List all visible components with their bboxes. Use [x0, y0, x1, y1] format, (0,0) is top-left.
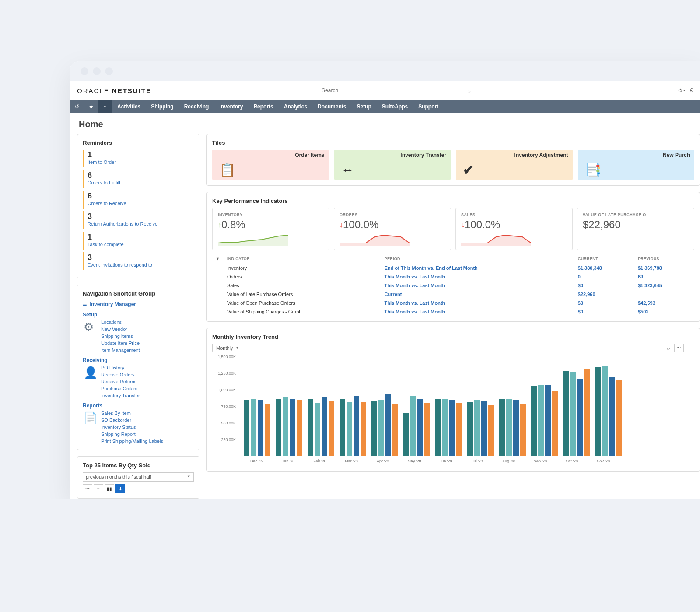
bar[interactable] [283, 397, 288, 456]
search-input[interactable] [318, 85, 475, 96]
bar[interactable] [595, 367, 601, 456]
search-icon[interactable]: ⌕ [468, 87, 472, 94]
view-bar-icon[interactable]: ▮▮ [105, 484, 114, 493]
bar[interactable] [442, 399, 448, 456]
nav-item-shipping[interactable]: Shipping [146, 104, 178, 110]
bar[interactable] [410, 396, 416, 456]
bar[interactable] [506, 399, 512, 456]
reminder-item[interactable]: 3Event Invitations to respond to [83, 252, 194, 270]
kpi-row[interactable]: Value of Shipping Charges - GraphThis Mo… [212, 307, 694, 316]
history-icon[interactable]: ↺ [70, 100, 84, 113]
download-icon[interactable]: ⬇ [116, 484, 125, 493]
kpi-row[interactable]: Value of Open Purchase OrdersThis Month … [212, 299, 694, 307]
bar[interactable] [385, 394, 391, 456]
bar[interactable] [584, 369, 590, 456]
nsg-link[interactable]: Sales By Item [101, 410, 163, 417]
bar[interactable] [276, 399, 281, 456]
kpi-card-sales[interactable]: SALES↓100.0% [455, 208, 573, 250]
bar[interactable] [616, 380, 622, 456]
bar[interactable] [531, 386, 537, 456]
expand-icon[interactable]: ▼ [216, 257, 220, 261]
bar[interactable] [424, 403, 430, 456]
bar[interactable] [467, 402, 473, 456]
reminder-item[interactable]: 1Task to complete [83, 232, 194, 250]
nsg-link[interactable]: Inventory Transfer [101, 392, 140, 399]
nav-item-setup[interactable]: Setup [351, 104, 376, 110]
kpi-row[interactable]: SalesThis Month vs. Last Month$0$1,323,6… [212, 281, 694, 290]
trend-period-dropdown[interactable]: Monthly [212, 344, 242, 352]
bar[interactable] [251, 399, 256, 456]
nsg-link[interactable]: Locations [101, 319, 140, 326]
view-line-icon[interactable]: 〜 [83, 484, 92, 493]
home-icon[interactable]: ⌂ [98, 100, 112, 113]
chart-line-icon[interactable]: 〜 [674, 344, 684, 352]
bar[interactable] [570, 372, 576, 456]
bar[interactable] [499, 399, 505, 456]
kpi-card-value of late purchase o[interactable]: VALUE OF LATE PURCHASE O$22,960 [577, 208, 694, 250]
help-icon[interactable]: ⛭▾ [678, 87, 686, 94]
bar[interactable] [513, 400, 519, 456]
bar[interactable] [297, 400, 302, 456]
reminder-item[interactable]: 6Orders to Fulfill [83, 170, 194, 188]
bar[interactable] [435, 399, 441, 456]
nav-item-analytics[interactable]: Analytics [279, 104, 312, 110]
chart-more-icon[interactable]: ⋯ [685, 344, 694, 352]
reminder-item[interactable]: 3Return Authorizations to Receive [83, 211, 194, 229]
bar[interactable] [449, 400, 455, 456]
bar[interactable] [456, 403, 462, 456]
kpi-row[interactable]: Value of Late Purchase OrdersCurrent$22,… [212, 290, 694, 299]
kpi-card-inventory[interactable]: INVENTORY↑0.8% [212, 208, 329, 250]
bar[interactable] [577, 379, 583, 456]
bar[interactable] [403, 413, 409, 456]
bar[interactable] [308, 399, 313, 456]
reminder-item[interactable]: 6Orders to Receive [83, 191, 194, 209]
top25-filter[interactable]: previous months this fiscal half ▼ [83, 472, 194, 482]
nsg-link[interactable]: Shipping Report [101, 431, 163, 438]
bar[interactable] [481, 401, 487, 456]
view-list-icon[interactable]: ≡ [94, 484, 103, 493]
nsg-link[interactable]: Inventory Status [101, 424, 163, 431]
bar[interactable] [290, 399, 295, 456]
nsg-link[interactable]: Item Management [101, 347, 140, 354]
bar[interactable] [609, 377, 615, 456]
kpi-row[interactable]: OrdersThis Month vs. Last Month069 [212, 272, 694, 281]
bar[interactable] [340, 399, 345, 456]
globe-icon[interactable]: € [690, 87, 693, 94]
nsg-link[interactable]: PO History [101, 364, 140, 371]
nsg-link[interactable]: SO Backorder [101, 417, 163, 424]
bar[interactable] [258, 400, 263, 456]
reminder-item[interactable]: 1Item to Order [83, 150, 194, 167]
nsg-link[interactable]: Update Item Price [101, 340, 140, 347]
tile-inventory-transfer[interactable]: ↔Inventory Transfer [334, 150, 451, 180]
bar[interactable] [378, 400, 384, 456]
bar[interactable] [602, 366, 608, 456]
nsg-link[interactable]: New Vendor [101, 326, 140, 333]
bar[interactable] [371, 401, 377, 456]
nav-item-receiving[interactable]: Receiving [179, 104, 214, 110]
bar[interactable] [474, 400, 480, 456]
chart-area-icon[interactable]: ▱ [664, 344, 673, 352]
bar[interactable] [520, 404, 526, 456]
nav-item-documents[interactable]: Documents [312, 104, 351, 110]
bar[interactable] [346, 402, 352, 456]
kpi-card-orders[interactable]: ORDERS↓100.0% [334, 208, 451, 250]
bar[interactable] [244, 400, 249, 456]
bar[interactable] [322, 397, 327, 456]
tile-new-purch[interactable]: 📑New Purch [578, 150, 695, 180]
nsg-link[interactable]: Shipping Items [101, 333, 140, 340]
nsg-link[interactable]: Print Shipping/Mailing Labels [101, 438, 163, 445]
bar[interactable] [360, 402, 366, 456]
bar[interactable] [563, 371, 569, 456]
nav-item-support[interactable]: Support [413, 104, 444, 110]
bar[interactable] [265, 404, 270, 456]
nav-item-activities[interactable]: Activities [112, 104, 146, 110]
nav-item-reports[interactable]: Reports [248, 104, 278, 110]
kpi-row[interactable]: InventoryEnd of This Month vs. End of La… [212, 264, 694, 272]
bar[interactable] [315, 403, 320, 456]
bar[interactable] [545, 385, 551, 456]
nsg-link[interactable]: Purchase Orders [101, 385, 140, 392]
nsg-link[interactable]: Receive Orders [101, 371, 140, 378]
bar[interactable] [354, 396, 359, 456]
bar[interactable] [329, 401, 334, 456]
bar[interactable] [552, 391, 558, 456]
